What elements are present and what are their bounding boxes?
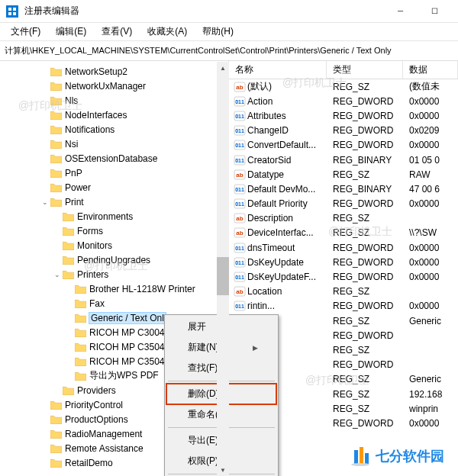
folder-icon <box>63 269 75 280</box>
value-type: REG_SZ <box>327 374 403 384</box>
address-bar[interactable]: 计算机\HKEY_LOCAL_MACHINE\SYSTEM\CurrentCon… <box>0 41 458 61</box>
chevron-down-icon[interactable]: ⌄ <box>52 271 63 278</box>
menu-view[interactable]: 查看(V) <box>94 24 140 40</box>
binary-value-icon: 011 <box>232 184 247 195</box>
value-data: Generic <box>403 374 458 384</box>
svg-rect-0 <box>8 8 11 11</box>
menu-file[interactable]: 文件(F) <box>3 24 48 40</box>
value-name: dnsTimeout <box>247 243 327 253</box>
value-data: 47 00 6 <box>403 184 458 195</box>
menu-help[interactable]: 帮助(H) <box>195 24 241 40</box>
svg-text:011: 011 <box>235 260 244 265</box>
list-row[interactable]: 011dnsTimeoutREG_DWORD0x0000 <box>229 240 458 255</box>
list-row[interactable]: abDeviceInterfac...REG_SZ\\?\SW <box>229 226 458 240</box>
tree-item-label: Environments <box>77 211 133 222</box>
list-row[interactable]: 011Default PriorityREG_DWORD0x0000 <box>229 197 458 211</box>
list-row[interactable]: ab(默认)REG_SZ(数值未 <box>229 79 458 94</box>
list-row[interactable]: 011ChangeIDREG_DWORD0x0209 <box>229 124 458 138</box>
binary-value-icon: 011 <box>232 272 247 282</box>
list-row[interactable]: 011DsKeyUpdateREG_DWORD0x0000 <box>229 255 458 269</box>
value-name: Datatype <box>247 169 327 180</box>
value-type: REG_DWORD <box>327 301 403 311</box>
value-type: REG_DWORD <box>327 198 403 209</box>
svg-text:ab: ab <box>236 172 243 178</box>
tree-item[interactable]: OSExtensionDatabase <box>0 151 228 166</box>
scroll-down-icon[interactable]: ▼ <box>217 464 229 476</box>
list-row[interactable]: abDatatypeREG_SZRAW <box>229 167 458 182</box>
tree-item[interactable]: NodeInterfaces <box>0 108 228 122</box>
value-name: Attributes <box>247 111 327 121</box>
svg-text:ab: ab <box>236 84 243 91</box>
value-data: 01 05 0 <box>403 155 458 166</box>
binary-value-icon: 011 <box>232 125 247 136</box>
value-type: REG_DWORD <box>327 272 403 282</box>
tree-item[interactable]: ⌄Printers <box>0 267 228 281</box>
value-type: REG_DWORD <box>327 96 403 107</box>
tree-item[interactable]: Environments <box>0 209 228 224</box>
value-type: REG_BINARY <box>327 155 403 166</box>
value-name: Location <box>247 286 327 297</box>
logo-badge: 七分软件园 <box>344 442 450 470</box>
value-name: Default Priority <box>247 198 327 209</box>
chevron-down-icon[interactable]: ⌄ <box>40 198 50 206</box>
value-name: CreatorSid <box>247 155 327 166</box>
value-name: Description <box>247 213 327 224</box>
tree-item[interactable]: PnP <box>0 166 228 180</box>
col-name[interactable]: 名称 <box>229 61 327 79</box>
list-row[interactable]: 011AttributesREG_DWORD0x0000 <box>229 108 458 123</box>
tree-item[interactable]: PendingUpgrades <box>0 252 228 267</box>
list-row[interactable]: 011rintin...REG_DWORD0x0000 <box>229 299 458 314</box>
folder-icon <box>50 153 63 164</box>
tree-item-label: RICOH MP C3504 <box>89 356 164 367</box>
tree-item[interactable]: NetworkSetup2 <box>0 64 228 79</box>
value-name: ChangeID <box>247 125 327 136</box>
tree-item[interactable]: Power <box>0 180 228 195</box>
tree-item[interactable]: Monitors <box>0 238 228 252</box>
list-row[interactable]: 011ConvertDefault...REG_DWORD0x0000 <box>229 138 458 153</box>
maximize-button[interactable]: ☐ <box>418 0 452 23</box>
list-row[interactable]: abLocationREG_SZ <box>229 285 458 299</box>
list-row[interactable]: 011DsKeyUpdateF...REG_DWORD0x0000 <box>229 269 458 284</box>
folder-icon <box>63 240 75 251</box>
folder-icon <box>75 342 87 352</box>
value-name: Action <box>247 96 327 107</box>
tree-item[interactable]: Nls <box>0 93 228 108</box>
tree-item[interactable]: Forms <box>0 224 228 238</box>
string-value-icon: ab <box>232 82 247 92</box>
tree-item[interactable]: Fax <box>0 296 228 310</box>
minimize-button[interactable]: ─ <box>383 0 418 23</box>
folder-icon <box>50 110 63 121</box>
menu-edit[interactable]: 编辑(E) <box>48 24 94 40</box>
value-type: REG_BINARY <box>327 184 403 195</box>
tree-item[interactable]: Nsi <box>0 137 228 151</box>
title-bar: 注册表编辑器 ─ ☐ <box>0 0 458 23</box>
list-row[interactable]: 011CreatorSidREG_BINARY01 05 0 <box>229 153 458 167</box>
col-type[interactable]: 类型 <box>327 61 403 79</box>
list-row[interactable]: 011ActionREG_DWORD0x0000 <box>229 94 458 108</box>
tree-item-label: Notifications <box>65 124 114 135</box>
svg-text:011: 011 <box>235 143 244 148</box>
folder-icon <box>75 284 87 294</box>
logo-text: 七分软件园 <box>376 447 444 465</box>
folder-icon <box>50 414 63 425</box>
folder-icon <box>50 81 63 92</box>
list-row[interactable]: abDescriptionREG_SZ <box>229 211 458 226</box>
col-data[interactable]: 数据 <box>403 61 458 79</box>
svg-text:011: 011 <box>235 246 244 251</box>
scroll-thumb[interactable] <box>217 257 229 295</box>
list-row[interactable]: 011Default DevMo...REG_BINARY47 00 6 <box>229 182 458 196</box>
tree-item[interactable]: Notifications <box>0 122 228 137</box>
tree-item[interactable]: ⌄Print <box>0 195 228 209</box>
tree-item[interactable]: NetworkUxManager <box>0 79 228 93</box>
scroll-up-icon[interactable]: ▲ <box>217 62 229 74</box>
logo-icon <box>350 445 371 467</box>
tree-scrollbar[interactable]: ▲ ▼ <box>217 62 229 476</box>
tree-item[interactable]: Brother HL-1218W Printer <box>0 281 228 296</box>
value-type: REG_DWORD <box>327 140 403 150</box>
value-data: Generic <box>403 316 458 326</box>
submenu-arrow-icon: ▶ <box>253 344 258 352</box>
tree-item-label: Power <box>65 182 91 193</box>
value-data: \\?\SW <box>403 227 458 238</box>
menu-favorites[interactable]: 收藏夹(A) <box>140 24 195 40</box>
value-type: REG_DWORD <box>327 418 403 429</box>
